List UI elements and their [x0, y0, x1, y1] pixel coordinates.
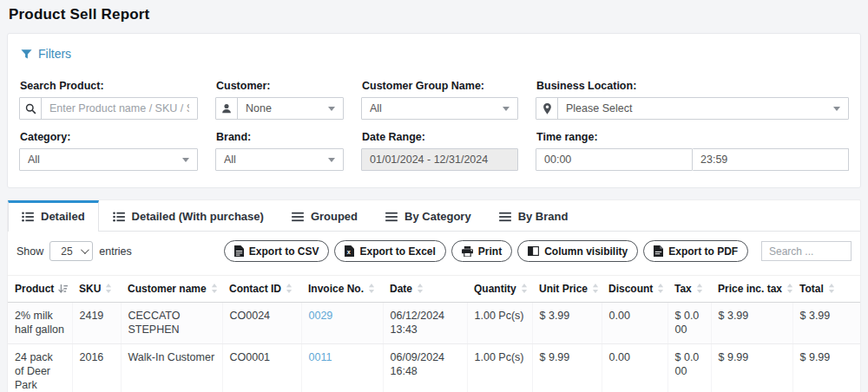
field-customer-group: Customer Group Name: All — [361, 80, 518, 120]
cell-price-inc-tax: $ 3.99 — [711, 303, 792, 344]
tab-label: Detailed — [41, 210, 85, 223]
date-range-label: Date Range: — [362, 131, 518, 143]
table-search-input[interactable] — [761, 241, 852, 261]
page-length-select[interactable]: 25 — [49, 241, 93, 261]
category-selected-value: All — [28, 154, 177, 166]
cell-tax: $ 0.000 — [667, 303, 711, 344]
file-pdf-icon — [654, 245, 663, 257]
file-csv-icon — [234, 245, 244, 257]
time-range-label: Time range: — [536, 131, 849, 143]
tab-label: By Brand — [518, 210, 569, 223]
cell-contact-id: CO0024 — [222, 303, 301, 344]
col-header-discount[interactable]: Discount — [602, 276, 667, 303]
field-business-location: Business Location: Please Select — [536, 80, 849, 120]
brand-select[interactable]: All — [216, 149, 343, 170]
export-excel-button[interactable]: x Export to Excel — [334, 240, 445, 262]
printer-icon — [462, 246, 473, 257]
cell-unit-price: $ 9.99 — [532, 343, 602, 392]
sort-icon[interactable] — [657, 284, 664, 293]
product-sell-table: Product SKU Customer name Contact ID Inv… — [8, 275, 860, 392]
filters-panel: Filters Search Product: Customer: — [7, 33, 861, 188]
tab-by-brand[interactable]: By Brand — [485, 200, 582, 231]
tab-label: Grouped — [311, 210, 358, 223]
customer-group-selected-value: All — [370, 102, 497, 114]
export-buttons: Export to CSV x Export to Excel Print — [224, 240, 748, 262]
export-csv-button[interactable]: Export to CSV — [224, 240, 330, 262]
brand-selected-value: All — [224, 154, 323, 166]
sort-icon[interactable] — [828, 284, 835, 293]
sort-active-icon[interactable] — [58, 284, 68, 293]
chevron-down-icon — [328, 158, 335, 162]
col-header-price-inc-tax[interactable]: Price inc. tax — [711, 276, 792, 303]
cell-discount: 0.00 — [602, 343, 667, 392]
date-range-input[interactable] — [362, 149, 517, 170]
sort-icon[interactable] — [417, 284, 424, 293]
sort-icon[interactable] — [696, 284, 703, 293]
cell-unit-price: $ 3.99 — [532, 303, 602, 344]
col-header-product[interactable]: Product — [8, 276, 72, 303]
invoice-link[interactable]: 0029 — [309, 310, 333, 322]
time-range-start-input[interactable] — [536, 149, 692, 170]
table-row: 2% milk half gallon 2419 CECCATO STEPHEN… — [8, 303, 860, 344]
cell-tax: $ 0.000 — [667, 343, 711, 392]
export-pdf-button[interactable]: Export to PDF — [643, 240, 748, 262]
field-date-range: Date Range: — [361, 131, 518, 171]
page-length-value: 25 — [61, 245, 81, 258]
col-header-tax[interactable]: Tax — [667, 276, 711, 303]
list-icon — [22, 212, 34, 222]
col-header-quantity[interactable]: Quantity — [467, 276, 532, 303]
cell-quantity: 1.00 Pc(s) — [467, 343, 532, 392]
cell-date: 06/09/2024 16:48 — [383, 343, 467, 392]
cell-sku: 2419 — [72, 303, 121, 344]
col-header-customer-name[interactable]: Customer name — [121, 276, 222, 303]
chevron-down-icon — [503, 107, 510, 111]
bars-icon — [292, 212, 304, 222]
customer-selected-value: None — [246, 102, 323, 114]
cell-contact-id: CO0001 — [222, 343, 301, 392]
customer-select[interactable]: None — [238, 98, 343, 119]
column-visibility-button[interactable]: Column visibility — [517, 240, 638, 262]
cell-total: $ 3.99 — [792, 303, 860, 344]
field-customer: Customer: None — [215, 80, 344, 120]
tab-label: Detailed (With purchase) — [132, 210, 264, 223]
tab-detailed[interactable]: Detailed — [8, 200, 99, 232]
print-button[interactable]: Print — [451, 240, 512, 262]
sort-icon[interactable] — [592, 284, 599, 293]
sort-icon[interactable] — [368, 284, 375, 293]
field-brand: Brand: All — [215, 131, 344, 171]
tab-detailed-with-purchase[interactable]: Detailed (With purchase) — [99, 200, 278, 231]
search-product-input[interactable] — [42, 98, 197, 119]
col-header-sku[interactable]: SKU — [72, 276, 121, 303]
chevron-down-icon — [182, 158, 189, 162]
col-header-contact-id[interactable]: Contact ID — [222, 276, 301, 303]
filters-grid: Search Product: Customer: None — [19, 80, 849, 171]
col-header-date[interactable]: Date — [383, 276, 467, 303]
tab-grouped[interactable]: Grouped — [278, 200, 372, 231]
invoice-link[interactable]: 0011 — [309, 351, 332, 363]
cell-price-inc-tax: $ 9.99 — [711, 343, 792, 392]
sort-icon[interactable] — [786, 284, 792, 293]
tab-label: By Category — [404, 210, 471, 223]
col-header-unit-price[interactable]: Unit Price — [532, 276, 602, 303]
customer-label: Customer: — [216, 80, 344, 92]
category-label: Category: — [20, 131, 198, 143]
sort-icon[interactable] — [521, 284, 528, 293]
col-header-invoice-no[interactable]: Invoice No. — [301, 276, 383, 303]
category-select[interactable]: All — [20, 149, 197, 170]
cell-quantity: 1.00 Pc(s) — [467, 303, 532, 344]
tab-by-category[interactable]: By Category — [372, 200, 485, 231]
business-location-select[interactable]: Please Select — [558, 98, 848, 119]
show-label: Show — [16, 245, 43, 258]
sort-icon[interactable] — [211, 284, 218, 293]
filters-header[interactable]: Filters — [21, 47, 847, 61]
sort-icon[interactable] — [286, 284, 293, 293]
time-range-end-input[interactable] — [693, 149, 848, 170]
entries-label: entries — [99, 245, 132, 258]
sort-icon[interactable] — [105, 284, 112, 293]
button-label: Export to Excel — [359, 245, 435, 258]
chevron-down-icon — [81, 245, 89, 254]
show-entries: Show 25 entries — [16, 241, 132, 261]
customer-group-select[interactable]: All — [362, 98, 517, 119]
col-header-total[interactable]: Total — [792, 276, 860, 303]
search-product-label: Search Product: — [20, 80, 198, 92]
